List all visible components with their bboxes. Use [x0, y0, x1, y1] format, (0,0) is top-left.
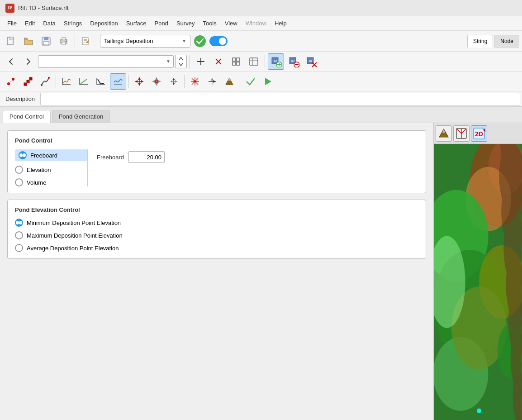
slope-tool[interactable] — [76, 73, 92, 90]
svg-line-93 — [461, 129, 466, 134]
move-all-tool[interactable] — [131, 73, 147, 90]
pond-control-radio-list: Freeboard Elevation Volume — [15, 149, 87, 186]
point-tool[interactable] — [3, 73, 19, 90]
move-expand-tool[interactable] — [148, 73, 165, 90]
wind-tool[interactable] — [204, 73, 220, 90]
svg-line-46 — [28, 79, 31, 81]
map-view[interactable] — [434, 144, 522, 420]
svg-line-79 — [192, 78, 198, 85]
radio-max-elevation-circle — [15, 231, 23, 239]
svg-marker-65 — [155, 77, 158, 80]
radio-freeboard[interactable]: Freeboard — [15, 149, 87, 161]
search-dropdown-icon[interactable]: ▼ — [166, 59, 171, 64]
line-tool[interactable] — [37, 73, 53, 90]
menu-survey[interactable]: Survey — [173, 18, 198, 29]
menu-view[interactable]: View — [221, 18, 241, 29]
svg-marker-87 — [265, 78, 271, 85]
radio-volume[interactable]: Volume — [15, 178, 87, 186]
svg-rect-10 — [82, 38, 88, 45]
svg-rect-21 — [233, 62, 236, 65]
id-remove-button[interactable]: ID — [285, 53, 302, 70]
svg-marker-82 — [213, 80, 216, 83]
toolbar1: Tailings Deposition ▼ String Node — [0, 31, 522, 52]
add-point-button[interactable] — [193, 53, 209, 70]
new-button[interactable] — [3, 33, 19, 49]
svg-rect-4 — [44, 37, 48, 40]
menu-file[interactable]: File — [4, 18, 20, 29]
app-icon: 🗺 — [5, 4, 14, 13]
svg-marker-73 — [172, 83, 175, 85]
menu-surface[interactable]: Surface — [123, 18, 150, 29]
menu-edit[interactable]: Edit — [21, 18, 38, 29]
toggle-switch[interactable] — [209, 36, 228, 46]
svg-rect-2 — [10, 37, 13, 40]
radio-elevation[interactable]: Elevation — [15, 166, 87, 174]
radio-avg-elevation[interactable]: Average Deposition Point Elevation — [15, 244, 418, 252]
freeboard-input[interactable] — [128, 151, 165, 163]
id-x-button[interactable]: ID — [303, 53, 319, 70]
back-button[interactable] — [3, 53, 19, 70]
nav-down-button[interactable] — [176, 62, 186, 68]
radio-avg-elevation-circle — [15, 244, 23, 252]
svg-line-53 — [81, 79, 87, 84]
svg-rect-20 — [237, 58, 240, 61]
menu-deposition[interactable]: Deposition — [86, 18, 121, 29]
menu-pond[interactable]: Pond — [151, 18, 172, 29]
confirm-button[interactable] — [192, 33, 208, 49]
separator1 — [75, 34, 75, 48]
grid-view-button[interactable] — [228, 53, 244, 70]
grab-tool[interactable] — [166, 73, 182, 90]
radio-min-elevation[interactable]: Minimum Deposition Point Elevation — [15, 219, 418, 227]
menu-strings[interactable]: Strings — [60, 18, 85, 29]
profile-tool[interactable] — [58, 73, 75, 90]
wave-tool[interactable] — [110, 73, 126, 90]
tab-pond-control[interactable]: Pond Control — [3, 110, 51, 123]
right-toolbar: 2D — [434, 123, 522, 144]
menu-help[interactable]: Help — [271, 18, 290, 29]
svg-marker-61 — [135, 80, 138, 83]
menu-tools[interactable]: Tools — [199, 18, 220, 29]
string-tab[interactable]: String — [467, 35, 493, 48]
remove-point-button[interactable] — [210, 53, 227, 70]
tab-pond-generation[interactable]: Pond Generation — [52, 110, 110, 123]
svg-text:ID: ID — [274, 59, 277, 62]
svg-line-38 — [312, 62, 317, 67]
svg-line-78 — [192, 78, 198, 85]
svg-point-108 — [477, 409, 481, 413]
svg-rect-3 — [42, 37, 50, 45]
table-view-button[interactable] — [246, 53, 262, 70]
svg-rect-23 — [250, 58, 258, 65]
search-input[interactable] — [41, 58, 164, 65]
svg-point-39 — [7, 82, 10, 85]
svg-rect-0 — [7, 37, 13, 45]
split-view-button[interactable] — [453, 125, 470, 142]
separator2 — [97, 34, 97, 48]
svg-rect-8 — [62, 42, 66, 45]
radio-max-elevation[interactable]: Maximum Deposition Point Elevation — [15, 231, 418, 239]
svg-point-48 — [48, 77, 50, 79]
mountain-tool[interactable] — [221, 73, 237, 90]
description-input[interactable] — [40, 93, 520, 105]
edit-button[interactable] — [78, 33, 94, 49]
id-add-button[interactable]: ID — [268, 53, 284, 70]
svg-marker-68 — [158, 80, 161, 83]
node-tool[interactable] — [20, 73, 36, 90]
slope-down-tool[interactable] — [93, 73, 109, 90]
radio-min-elevation-label: Minimum Deposition Point Elevation — [27, 220, 121, 226]
run-button[interactable] — [260, 73, 276, 90]
2d-view-button[interactable]: 2D — [471, 125, 487, 142]
svg-point-33 — [294, 62, 299, 67]
save-button[interactable] — [38, 33, 54, 49]
menu-data[interactable]: Data — [39, 18, 59, 29]
forward-button[interactable] — [20, 53, 37, 70]
menu-window[interactable]: Window — [242, 18, 270, 29]
radio-freeboard-label: Freeboard — [30, 152, 57, 159]
open-button[interactable] — [20, 33, 37, 49]
print-button[interactable] — [56, 33, 72, 49]
node-tab[interactable]: Node — [494, 35, 519, 48]
deposition-dropdown[interactable]: Tailings Deposition ▼ — [100, 35, 190, 48]
terrain-view-button[interactable] — [436, 125, 452, 142]
nav-up-button[interactable] — [176, 55, 186, 62]
accept-button[interactable] — [242, 73, 259, 90]
star-tool[interactable] — [187, 73, 203, 90]
